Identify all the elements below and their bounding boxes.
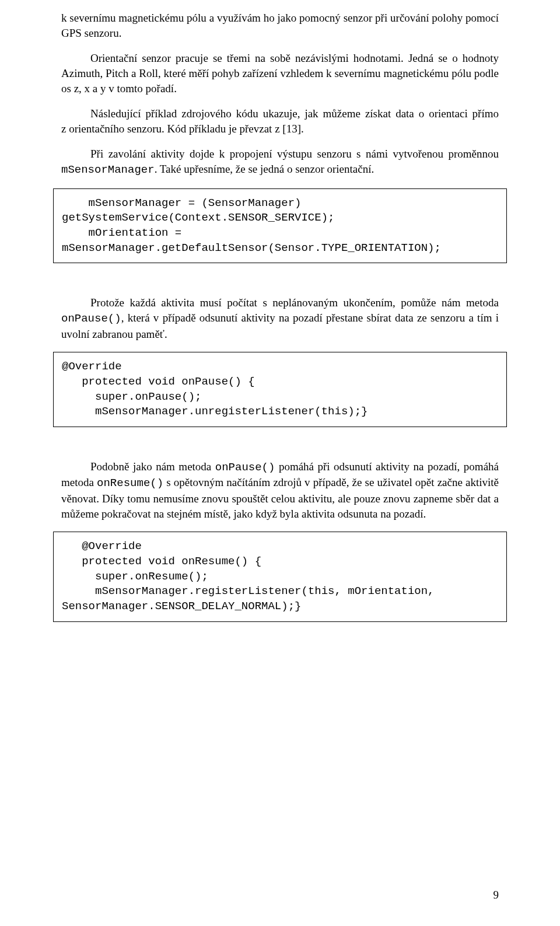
text-run: Při zavolání aktivity dojde k propojení … [90, 148, 499, 160]
paragraph: Podobně jako nám metoda onPause() pomáhá… [61, 459, 499, 522]
inline-code: onResume() [97, 477, 163, 490]
code-block: @Override protected void onPause() { sup… [53, 352, 507, 427]
paragraph: Protože každá aktivita musí počítat s ne… [61, 295, 499, 341]
inline-code: mSensorManager [61, 163, 155, 176]
paragraph: k severnímu magnetickému pólu a využívám… [61, 11, 499, 40]
page-number: 9 [494, 887, 499, 903]
paragraph: Při zavolání aktivity dojde k propojení … [61, 146, 499, 177]
text-run: , která v případě odsunutí aktivity na p… [61, 312, 499, 340]
text-run: Podobně jako nám metoda [90, 460, 215, 473]
code-block: mSensorManager = (SensorManager) getSyst… [53, 188, 507, 264]
paragraph: Následující příklad zdrojového kódu ukaz… [61, 106, 499, 136]
text-run: Protože každá aktivita musí počítat s ne… [90, 296, 499, 309]
inline-code: onPause() [61, 312, 121, 325]
code-block: @Override protected void onResume() { su… [53, 532, 507, 621]
paragraph: Orientační senzor pracuje se třemi na so… [61, 51, 499, 96]
inline-code: onPause() [215, 461, 275, 474]
text-run: . Také upřesníme, že se jedná o senzor o… [155, 163, 374, 175]
